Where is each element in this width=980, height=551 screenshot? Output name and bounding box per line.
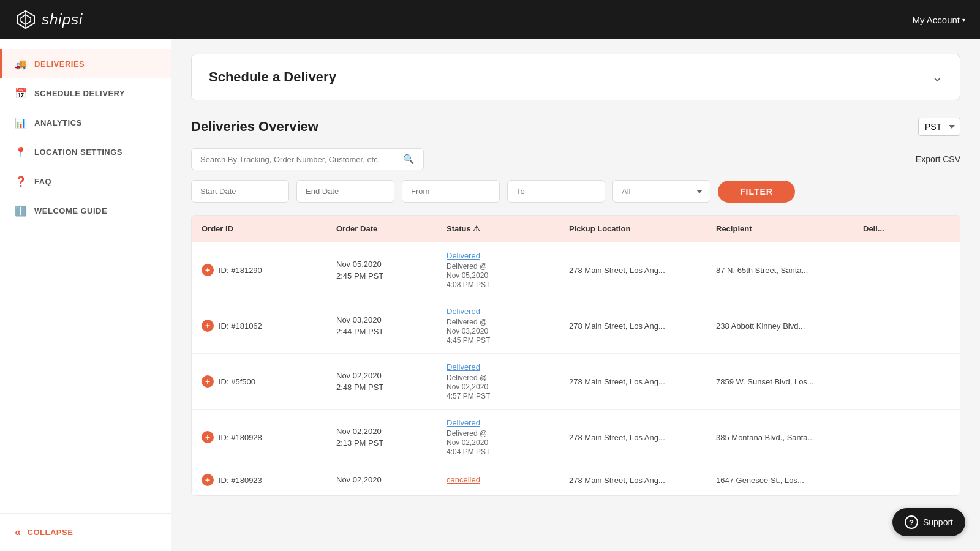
sidebar-item-label: SCHEDULE DELIVERY [34,89,125,98]
end-date-input[interactable] [296,180,394,203]
status-delivered-link[interactable]: Delivered [447,307,549,316]
status-cancelled-link[interactable]: cancelled [447,475,549,484]
deli-cell [853,261,960,279]
sidebar-item-location-settings[interactable]: 📍 LOCATION SETTINGS [0,137,171,167]
collapse-button[interactable]: « COLLAPSE [15,526,156,539]
support-icon: ? [905,515,918,529]
schedule-icon: 📅 [15,87,27,99]
deliveries-table: Order ID Order Date Status ⚠ Pickup Loca… [191,215,960,496]
status-cell: Delivered Delivered @Nov 03,20204:45 PM … [437,298,559,353]
support-button[interactable]: ? Support [892,508,965,536]
sidebar: 🚚 DELIVERIES 📅 SCHEDULE DELIVERY 📊 ANALY… [0,39,172,551]
sidebar-item-label: ANALYTICS [34,118,82,127]
deli-cell [853,373,960,390]
shipsi-logo-icon [15,9,37,31]
sidebar-item-analytics[interactable]: 📊 ANALYTICS [0,108,171,137]
sidebar-item-schedule-delivery[interactable]: 📅 SCHEDULE DELIVERY [0,78,171,108]
my-account-button[interactable]: My Account ▾ [912,15,965,25]
order-id-text: ID: #180928 [219,433,262,442]
export-csv-button[interactable]: Export CSV [916,154,960,164]
pickup-cell: 278 Main Street, Los Ang... [559,369,706,395]
order-id-cell: + ID: #181290 [192,255,326,285]
order-date-cell: Nov 02,2020 [326,465,437,495]
filter-button[interactable]: FILTER [718,181,795,203]
table-row: + ID: #5f500 Nov 02,20202:48 PM PST Deli… [192,354,960,410]
recipient-cell: 385 Montana Blvd., Santa... [706,424,853,451]
sidebar-item-label: DELIVERIES [34,59,85,69]
sidebar-item-label: WELCOME GUIDE [34,206,107,216]
search-box: 🔍 [191,148,424,170]
order-id-text: ID: #5f500 [219,377,255,386]
status-delivered-link[interactable]: Delivered [447,251,549,260]
expand-order-icon[interactable]: + [202,431,214,443]
sidebar-item-label: FAQ [34,177,51,186]
deli-cell [853,317,960,334]
order-id-cell: + ID: #5f500 [192,367,326,396]
topnav: shipsi My Account ▾ [0,0,980,39]
deliveries-icon: 🚚 [15,58,27,70]
col-order-date: Order Date [326,216,437,242]
order-id-cell: + ID: #181062 [192,311,326,340]
search-icon: 🔍 [403,154,415,165]
recipient-cell: 1647 Genesee St., Los... [706,467,853,493]
recipient-cell: 7859 W. Sunset Blvd, Los... [706,369,853,395]
status-delivered-link[interactable]: Delivered [447,362,549,372]
order-id-text: ID: #181062 [219,321,262,331]
order-date-cell: Nov 03,20202:44 PM PST [326,305,437,347]
status-detail: Delivered @Nov 05,20204:08 PM PST [447,262,490,289]
main-content: Schedule a Delivery ⌄ Deliveries Overvie… [172,39,980,551]
table-row: + ID: #180923 Nov 02,2020 cancelled 278 … [192,465,960,495]
timezone-select[interactable]: PST EST CST UTC [918,118,960,136]
to-input[interactable] [507,180,605,203]
table-row: + ID: #180928 Nov 02,20202:13 PM PST Del… [192,410,960,465]
sidebar-footer: « COLLAPSE [0,513,171,551]
account-caret-icon: ▾ [962,17,965,23]
col-status: Status ⚠ [437,216,559,242]
order-date-cell: Nov 02,20202:13 PM PST [326,417,437,458]
sidebar-item-deliveries[interactable]: 🚚 DELIVERIES [0,49,171,78]
start-date-input[interactable] [191,180,289,203]
welcome-icon: ℹ️ [15,204,27,217]
order-date-text: Nov 02,2020 [336,474,427,486]
expand-order-icon[interactable]: + [202,375,214,388]
schedule-delivery-title: Schedule a Delivery [209,69,336,85]
expand-order-icon[interactable]: + [202,320,214,332]
col-pickup: Pickup Location [559,216,706,242]
search-input[interactable] [200,155,398,164]
from-input[interactable] [402,180,500,203]
order-date-cell: Nov 02,20202:48 PM PST [326,361,437,402]
order-id-text: ID: #181290 [219,266,262,275]
analytics-icon: 📊 [15,116,27,129]
layout: 🚚 DELIVERIES 📅 SCHEDULE DELIVERY 📊 ANALY… [0,39,980,551]
status-filter-select[interactable]: All Delivered Cancelled Pending [612,180,710,203]
status-cell: Delivered Delivered @Nov 05,20204:08 PM … [437,242,559,298]
schedule-delivery-card: Schedule a Delivery ⌄ [191,54,960,100]
overview-title: Deliveries Overview [191,119,318,135]
col-deli: Deli... [853,216,960,242]
status-cell: cancelled [437,467,559,494]
sidebar-item-welcome-guide[interactable]: ℹ️ WELCOME GUIDE [0,196,171,225]
faq-icon: ❓ [15,175,27,187]
deli-cell [853,471,960,489]
recipient-cell: 87 N. 65th Street, Santa... [706,257,853,283]
status-detail: Delivered @Nov 03,20204:45 PM PST [447,318,490,345]
status-delivered-link[interactable]: Delivered [447,418,549,427]
status-detail: Delivered @Nov 02,20204:04 PM PST [447,429,490,456]
schedule-chevron-icon[interactable]: ⌄ [932,69,943,85]
sidebar-item-faq[interactable]: ❓ FAQ [0,167,171,196]
expand-order-icon[interactable]: + [202,474,214,486]
pickup-cell: 278 Main Street, Los Ang... [559,424,706,451]
status-cell: Delivered Delivered @Nov 02,20204:04 PM … [437,410,559,465]
order-id-text: ID: #180923 [219,476,262,485]
overview-header: Deliveries Overview PST EST CST UTC [191,118,960,136]
order-date-text: Nov 05,20202:45 PM PST [336,258,427,282]
table-row: + ID: #181062 Nov 03,20202:44 PM PST Del… [192,298,960,354]
status-detail: Delivered @Nov 02,20204:57 PM PST [447,373,490,400]
pickup-cell: 278 Main Street, Los Ang... [559,467,706,493]
recipient-cell: 238 Abbott Kinney Blvd... [706,313,853,339]
expand-order-icon[interactable]: + [202,264,214,276]
search-row: 🔍 Export CSV [191,148,960,170]
pickup-cell: 278 Main Street, Los Ang... [559,313,706,339]
order-id-cell: + ID: #180923 [192,465,326,495]
sidebar-nav: 🚚 DELIVERIES 📅 SCHEDULE DELIVERY 📊 ANALY… [0,39,171,235]
